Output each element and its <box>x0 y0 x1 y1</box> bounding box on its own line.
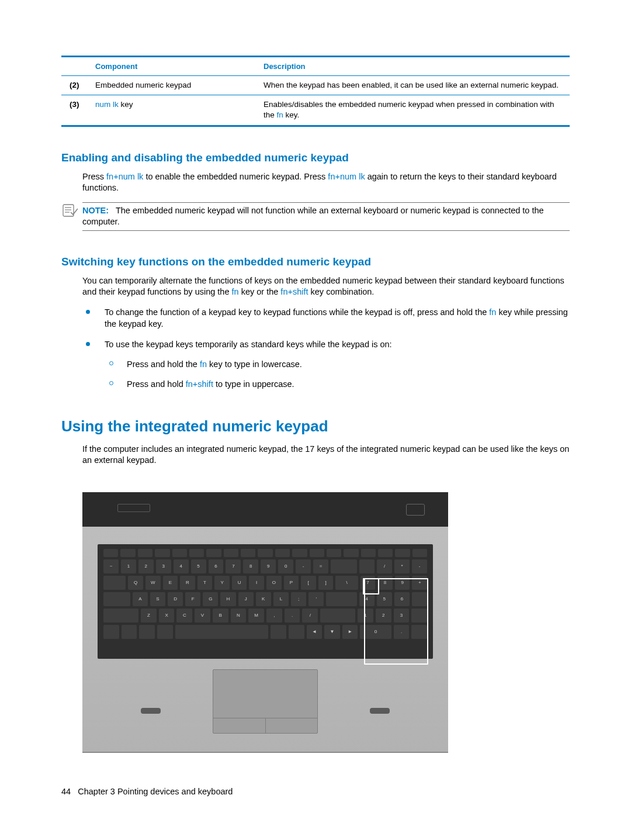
table-row: (2) Embedded numeric keypad When the key… <box>61 76 570 95</box>
keyboard-illustration: ~1234567890-= /*- QWERTYUIOP[]\ 789+ ASD… <box>98 544 433 659</box>
note-icon <box>63 204 78 220</box>
list-item-lead: To use the keypad keys temporarily as st… <box>105 340 392 349</box>
heading-integrated-keypad: Using the integrated numeric keypad <box>61 417 570 435</box>
row-number: (2) <box>61 76 92 95</box>
row-component: Embedded numeric keypad <box>92 76 260 95</box>
heading-enable-disable: Enabling and disabling the embedded nume… <box>61 151 570 164</box>
th-component: Component <box>92 57 260 76</box>
keyboard-figure: 1 2 ~1234567890-= /*- <box>82 492 448 753</box>
bullet-list: To change the function of a keypad key t… <box>82 306 570 390</box>
svg-rect-0 <box>63 205 74 216</box>
page-footer: 44 Chapter 3 Pointing devices and keyboa… <box>61 787 233 796</box>
th-description: Description <box>260 57 570 76</box>
note-text: The embedded numeric keypad will not fun… <box>82 206 544 227</box>
list-item: Press and hold the fn key to type in low… <box>105 358 570 370</box>
row-description: Enables/disables the embedded numeric ke… <box>260 95 570 126</box>
row-description: When the keypad has been enabled, it can… <box>260 76 570 95</box>
list-item: To use the keypad keys temporarily as st… <box>82 338 570 390</box>
list-item: To change the function of a keypad key t… <box>82 306 570 330</box>
note-label: NOTE: <box>82 206 109 215</box>
heading-switching: Switching key functions on the embedded … <box>61 255 570 268</box>
laptop-illustration: ~1234567890-= /*- QWERTYUIOP[]\ 789+ ASD… <box>82 492 448 753</box>
sub-bullet-list: Press and hold the fn key to type in low… <box>105 358 570 390</box>
row-component: num lk key <box>92 95 260 126</box>
page-number: 44 <box>61 787 71 796</box>
paragraph: You can temporarily alternate the functi… <box>82 275 570 298</box>
chapter-title: Chapter 3 Pointing devices and keyboard <box>78 787 233 796</box>
list-item: Press and hold fn+shift to type in upper… <box>105 378 570 390</box>
table-row: (3) num lk key Enables/disables the embe… <box>61 95 570 126</box>
paragraph: Press fn+num lk to enable the embedded n… <box>82 171 570 194</box>
note-block: NOTE: The embedded numeric keypad will n… <box>82 202 570 231</box>
component-table: Component Description (2) Embedded numer… <box>61 56 570 127</box>
touchpad-illustration <box>213 669 318 734</box>
paragraph: If the computer includes an integrated n… <box>82 444 570 466</box>
row-number: (3) <box>61 95 92 126</box>
